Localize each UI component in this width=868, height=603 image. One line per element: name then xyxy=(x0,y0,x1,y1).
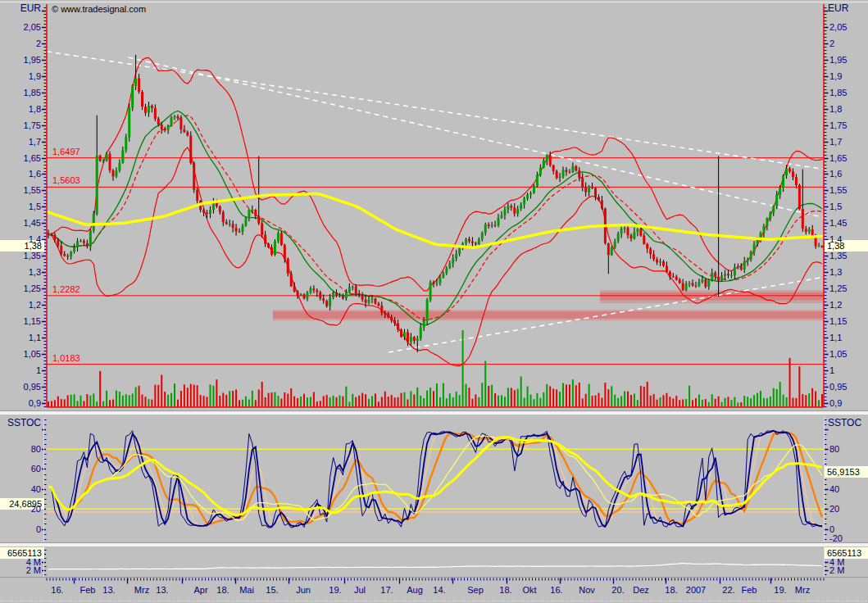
price-axis-label-right: 1,3 xyxy=(829,267,842,277)
price-axis-label-right: 1 xyxy=(829,365,834,375)
panel-separator xyxy=(0,543,868,546)
x-axis-label: 22. xyxy=(722,585,734,595)
price-axis-label-left: 1,1 xyxy=(0,333,41,342)
x-axis-label: Mrz xyxy=(134,585,149,595)
x-axis-label: 14. xyxy=(433,585,445,595)
x-axis-label: 15. xyxy=(266,585,278,595)
volume-axis-label-left: 2 M xyxy=(0,565,41,575)
sstoc-axis-label-right: -20 xyxy=(829,533,843,543)
volume-plot-area[interactable] xyxy=(47,547,824,577)
level-label-10183: 1,0183 xyxy=(52,353,80,363)
x-axis-label: Apr xyxy=(193,585,207,595)
price-axis-label-right: 0,9 xyxy=(829,398,842,408)
level-label-15603: 1,5603 xyxy=(52,175,80,185)
price-axis-label-left: 1,65 xyxy=(0,153,41,163)
price-axis-label-left: 1,15 xyxy=(0,316,41,326)
x-axis-label: Feb xyxy=(80,585,96,595)
trading-chart-window: EUR EUR © www.tradesignal.com SSTOC SSTO… xyxy=(0,0,868,603)
price-axis-label-right: 1,4 xyxy=(829,234,842,244)
x-axis-label: 18. xyxy=(216,585,229,595)
sstoc-axis-label-left: 20 xyxy=(0,504,41,514)
x-axis-label: Mrz xyxy=(795,585,810,595)
price-axis-label-left: 1,45 xyxy=(0,218,41,228)
price-axis-label-left: 1,35 xyxy=(0,251,41,261)
price-axis-label-left: 1,2 xyxy=(0,300,41,310)
x-axis-label: Sep xyxy=(467,585,484,595)
price-axis-label-right: 1,35 xyxy=(829,251,847,261)
x-axis-label: 16. xyxy=(550,585,562,595)
x-axis-label: Jun xyxy=(296,585,311,595)
x-axis-label: 18. xyxy=(499,585,511,595)
x-axis-label: Feb xyxy=(742,585,757,595)
price-axis-label-left: 1,95 xyxy=(0,55,41,65)
sstoc-axis-label-right: 80 xyxy=(829,444,839,454)
sstoc-axis-label-left: 0 xyxy=(0,524,41,534)
price-axis-label-left: 1,8 xyxy=(0,104,41,114)
currency-label-left: EUR xyxy=(0,3,41,14)
price-axis-label-right: 1,05 xyxy=(829,349,847,359)
x-axis-label: 2007 xyxy=(686,585,706,595)
panel-separator xyxy=(0,411,868,415)
x-axis-label: Jul xyxy=(354,585,366,595)
sstoc-title-left: SSTOC xyxy=(0,418,41,428)
x-axis-label: 19. xyxy=(329,585,341,595)
price-axis-label-left: 1,85 xyxy=(0,88,41,97)
currency-label-right: EUR xyxy=(828,3,848,14)
price-axis-label-left: 1,75 xyxy=(0,120,41,130)
price-axis-label-right: 0,95 xyxy=(829,382,847,392)
price-axis-label-right: 1,85 xyxy=(829,88,847,97)
price-axis-label-right: 1,45 xyxy=(829,218,847,228)
x-axis-label: 18. xyxy=(665,585,677,595)
price-axis-label-left: 1,7 xyxy=(0,137,41,147)
price-axis-label-right: 1,8 xyxy=(829,104,842,114)
sstoc-axis-label-left: 60 xyxy=(0,464,41,474)
level-label-16497: 1,6497 xyxy=(52,147,80,156)
copyright-text: © www.tradesignal.com xyxy=(52,4,146,14)
price-axis-label-left: 1,5 xyxy=(0,202,41,211)
level-label-12282: 1,2282 xyxy=(52,284,80,294)
price-axis-label-left: 1,3 xyxy=(0,267,41,277)
x-axis-label: 13. xyxy=(102,585,115,595)
window-top-edge xyxy=(0,2,868,2)
x-axis-label: Nov xyxy=(579,585,595,595)
price-axis-label-left: 0,9 xyxy=(0,398,41,408)
sstoc-axis-label-right: 20 xyxy=(829,504,839,514)
price-axis-label-right: 1,65 xyxy=(829,153,847,163)
x-axis-label: Aug xyxy=(407,585,423,595)
price-axis-label-left: 1,6 xyxy=(0,169,41,179)
x-axis-label: 17. xyxy=(380,585,393,595)
sstoc-title-right: SSTOC xyxy=(828,418,861,428)
sstoc-axis-label-right: 40 xyxy=(829,484,839,494)
x-axis-label: 16. xyxy=(51,585,63,595)
price-axis-label-left: 1,05 xyxy=(0,349,41,359)
price-axis-label-left: 1,55 xyxy=(0,185,41,195)
price-axis-label-right: 1,55 xyxy=(829,185,847,195)
price-axis-label-right: 1,5 xyxy=(829,202,842,211)
sstoc-axis-label-right: 0 xyxy=(829,524,834,534)
price-axis-label-right: 1,7 xyxy=(829,137,842,147)
price-axis-label-right: 1,95 xyxy=(829,55,847,65)
price-axis-label-left: 0,95 xyxy=(0,382,41,392)
price-axis-label-right: 1,1 xyxy=(829,333,842,342)
price-axis-label-right: 1,9 xyxy=(829,71,842,81)
x-axis-label: 13. xyxy=(156,585,168,595)
x-axis-label: 20. xyxy=(611,585,624,595)
price-axis-label-left: 1,25 xyxy=(0,283,41,293)
x-axis-label: Dez xyxy=(633,585,649,595)
x-axis-label: 19. xyxy=(774,585,786,595)
sstoc-plot-area[interactable] xyxy=(47,417,824,542)
price-axis-label-right: 1,15 xyxy=(829,316,847,326)
price-axis-label-left: 2,05 xyxy=(0,22,41,32)
price-axis-label-left: 1,4 xyxy=(0,234,41,244)
price-axis-label-right: 1,2 xyxy=(829,300,842,310)
price-plot-area[interactable] xyxy=(47,4,824,407)
sstoc-axis-label-left: 80 xyxy=(0,444,41,454)
price-axis-label-right: 2,05 xyxy=(829,22,847,32)
sstoc-axis-label-left: 40 xyxy=(0,484,41,494)
price-axis-label-left: 1 xyxy=(0,365,41,375)
price-axis-label-right: 1,25 xyxy=(829,283,847,293)
volume-axis-label-right: 2 M xyxy=(829,565,844,575)
price-axis-label-right: 2 xyxy=(829,39,834,48)
x-axis-label: Okt xyxy=(522,585,536,595)
sstoc-tag-right: 56,9153 xyxy=(825,466,868,478)
